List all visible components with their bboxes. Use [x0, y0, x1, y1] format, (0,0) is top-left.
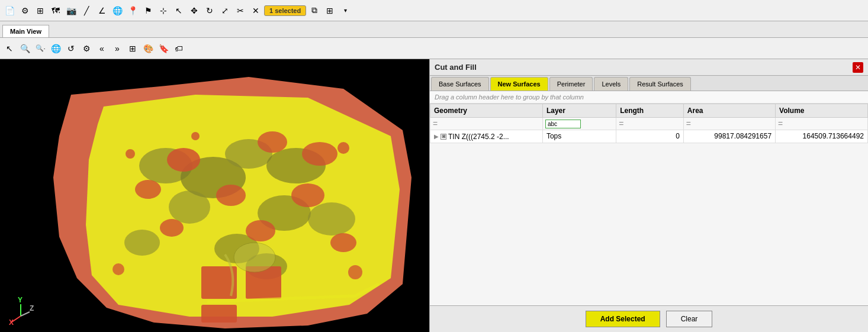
- volume-filter-eq: =: [778, 119, 783, 128]
- col-header-length[interactable]: Length: [616, 104, 684, 118]
- svg-point-27: [112, 263, 124, 275]
- settings-icon[interactable]: ⚙: [18, 4, 32, 18]
- grid-icon[interactable]: ⊞: [323, 4, 337, 18]
- view-tab-bar: Main View: [0, 21, 868, 38]
- col-header-volume[interactable]: Volume: [776, 104, 868, 118]
- svg-point-13: [258, 131, 287, 153]
- svg-point-18: [160, 219, 184, 237]
- svg-point-10: [308, 202, 355, 236]
- filter-length: =: [616, 118, 684, 130]
- svg-point-24: [234, 243, 275, 272]
- left-arrows-icon[interactable]: «: [95, 41, 109, 56]
- table-container[interactable]: Geometry Layer Length Area Volume =: [430, 104, 868, 205]
- length-filter-eq: =: [619, 119, 623, 128]
- svg-point-26: [337, 142, 349, 154]
- svg-point-15: [135, 180, 161, 199]
- data-table: Geometry Layer Length Area Volume =: [430, 104, 868, 143]
- add-selected-button[interactable]: Add Selected: [586, 311, 660, 327]
- globe-icon[interactable]: 🌐: [110, 4, 124, 18]
- right-arrows-icon[interactable]: »: [110, 41, 124, 56]
- svg-point-25: [126, 149, 135, 159]
- terrain-visualization: [0, 59, 429, 332]
- svg-point-28: [191, 132, 200, 140]
- line-icon[interactable]: ╱: [79, 4, 94, 18]
- sync-icon[interactable]: ↺: [64, 41, 78, 56]
- empty-table-area: [430, 205, 868, 306]
- filter-volume: =: [776, 118, 868, 130]
- svg-point-17: [291, 183, 324, 207]
- cell-area: 99817.084291657: [683, 130, 775, 143]
- move-icon[interactable]: ✥: [187, 4, 201, 18]
- rotate-icon[interactable]: ↻: [202, 4, 217, 18]
- layers-icon[interactable]: ⊞: [33, 4, 47, 18]
- new-icon[interactable]: 📄: [2, 4, 17, 18]
- svg-rect-23: [201, 305, 237, 323]
- panel-content: Drag a column header here to group by th…: [430, 91, 868, 305]
- bookmark-icon[interactable]: 🔖: [156, 41, 171, 56]
- filter-area: =: [683, 118, 775, 130]
- zoom-in-icon[interactable]: 🔍: [18, 41, 32, 56]
- cell-layer: Tops: [542, 130, 616, 143]
- col-header-geometry[interactable]: Geometry: [430, 104, 543, 118]
- grid-view-icon[interactable]: ⊞: [126, 41, 140, 56]
- panel-tabs: Base Surfaces New Surfaces Perimeter Lev…: [430, 76, 868, 91]
- svg-point-29: [348, 265, 362, 279]
- options-icon[interactable]: ⚙: [79, 41, 94, 56]
- filter-geometry: =: [430, 118, 543, 130]
- geometry-filter-eq: =: [433, 119, 438, 128]
- clear-button[interactable]: Clear: [666, 311, 713, 327]
- cell-length: 0: [616, 130, 684, 143]
- viewport[interactable]: X Y Z: [0, 59, 429, 332]
- pointer-tool[interactable]: ↖: [2, 41, 17, 56]
- cut-icon[interactable]: ✂: [233, 4, 247, 18]
- filter-row: = = = =: [430, 118, 868, 130]
- cursor-icon[interactable]: ↖: [172, 4, 186, 18]
- col-header-layer[interactable]: Layer: [542, 104, 616, 118]
- panel-title: Cut and Fill: [435, 63, 477, 72]
- layer-filter-input[interactable]: [545, 120, 581, 128]
- panel-title-bar: Cut and Fill ✕: [430, 59, 868, 76]
- globe-small-icon[interactable]: 🌐: [49, 41, 63, 56]
- tab-new-surfaces[interactable]: New Surfaces: [490, 77, 548, 91]
- pin-icon[interactable]: 📍: [126, 4, 140, 18]
- cell-volume: 164509.713664492: [776, 130, 868, 143]
- close-button[interactable]: ✕: [853, 62, 863, 73]
- tab-base-surfaces[interactable]: Base Surfaces: [431, 77, 489, 91]
- selected-badge[interactable]: 1 selected: [264, 5, 306, 16]
- copy-icon[interactable]: ⧉: [307, 4, 322, 18]
- zoom-out-icon[interactable]: 🔍-: [33, 41, 47, 56]
- svg-point-20: [330, 233, 356, 252]
- map-icon[interactable]: 🗺: [49, 4, 63, 18]
- main-view-tab[interactable]: Main View: [2, 25, 49, 37]
- tab-result-surfaces[interactable]: Result Surfaces: [629, 77, 691, 91]
- tab-perimeter[interactable]: Perimeter: [549, 77, 593, 91]
- panel-footer: Add Selected Clear: [430, 305, 868, 332]
- svg-text:X: X: [9, 318, 14, 325]
- color-picker-icon[interactable]: 🎨: [141, 41, 155, 56]
- angle-icon[interactable]: ∠: [95, 4, 109, 18]
- svg-marker-1: [86, 95, 400, 317]
- expand-icon[interactable]: ⊞: [441, 134, 446, 140]
- table-row[interactable]: ▶ ⊞ TIN Z(((2745.2 -2... Tops 0 99817.08…: [430, 130, 868, 143]
- filter-layer[interactable]: [542, 118, 616, 130]
- delete-icon[interactable]: ✕: [249, 4, 263, 18]
- select-icon[interactable]: ⊹: [156, 4, 171, 18]
- flag-icon[interactable]: ⚑: [141, 4, 155, 18]
- svg-point-14: [302, 142, 337, 166]
- svg-point-19: [246, 220, 275, 241]
- cell-geometry: ▶ ⊞ TIN Z(((2745.2 -2...: [430, 130, 543, 143]
- area-filter-eq: =: [686, 119, 691, 128]
- geometry-value: TIN Z(((2745.2 -2...: [448, 133, 509, 141]
- svg-point-16: [216, 185, 246, 206]
- tab-levels[interactable]: Levels: [594, 77, 628, 91]
- table-header-row: Geometry Layer Length Area Volume: [430, 104, 868, 118]
- tag-icon[interactable]: 🏷: [172, 41, 186, 56]
- dropdown-arrow-icon[interactable]: ▾: [338, 4, 352, 18]
- photo-icon[interactable]: 📷: [64, 4, 78, 18]
- svg-line-34: [21, 312, 30, 316]
- svg-text:Y: Y: [18, 296, 22, 304]
- transform-icon[interactable]: ⤢: [218, 4, 232, 18]
- col-header-area[interactable]: Area: [683, 104, 775, 118]
- row-arrow[interactable]: ▶: [434, 133, 439, 140]
- svg-text:Z: Z: [30, 304, 34, 312]
